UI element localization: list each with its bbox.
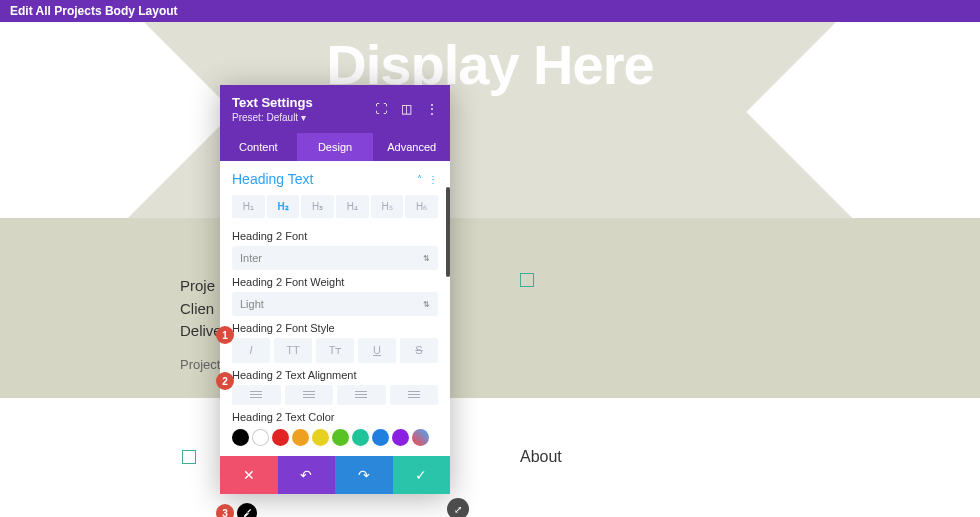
redo-button[interactable]: ↷ <box>335 456 393 494</box>
uppercase-button[interactable]: TT <box>274 338 312 363</box>
align-justify-button[interactable] <box>390 385 439 405</box>
tab-content[interactable]: Content <box>220 133 297 161</box>
capitalize-button[interactable]: Tᴛ <box>316 338 354 363</box>
settings-panel: Text Settings Preset: Default ▾ ⛶ ◫ ⋮ Co… <box>220 85 450 494</box>
swatch-white[interactable] <box>252 429 269 446</box>
align-left-button[interactable] <box>232 385 281 405</box>
panel-preset[interactable]: Preset: Default ▾ <box>232 112 313 123</box>
tab-advanced[interactable]: Advanced <box>373 133 450 161</box>
section-title: Heading Text <box>232 171 313 187</box>
chevron-up-icon[interactable]: ˄ <box>417 174 422 185</box>
align-right-button[interactable] <box>337 385 386 405</box>
drag-handle-icon[interactable]: ⤢ <box>447 498 469 517</box>
swatch-yellow[interactable] <box>312 429 329 446</box>
h6-tab[interactable]: H₆ <box>405 195 438 218</box>
h4-tab[interactable]: H₄ <box>336 195 369 218</box>
font-label: Heading 2 Font <box>232 230 438 242</box>
top-bar: Edit All Projects Body Layout <box>0 0 980 22</box>
color-picker-cursor[interactable] <box>237 503 257 517</box>
panel-header[interactable]: Text Settings Preset: Default ▾ ⛶ ◫ ⋮ <box>220 85 450 133</box>
swatch-red[interactable] <box>272 429 289 446</box>
eyedropper-icon[interactable] <box>412 429 429 446</box>
swatch-purple[interactable] <box>392 429 409 446</box>
italic-button[interactable]: I <box>232 338 270 363</box>
confirm-button[interactable]: ✓ <box>393 456 451 494</box>
swatch-orange[interactable] <box>292 429 309 446</box>
panel-footer: ✕ ↶ ↷ ✓ <box>220 456 450 494</box>
about-heading: About <box>520 448 562 466</box>
heading-level-tabs: H₁ H₂ H₃ H₄ H₅ H₆ <box>232 195 438 218</box>
swatch-green[interactable] <box>332 429 349 446</box>
weight-select[interactable]: Light ⇅ <box>232 292 438 316</box>
hero: Display Here <box>0 22 980 240</box>
h2-tab[interactable]: H₂ <box>267 195 300 218</box>
triangle-left <box>0 22 234 240</box>
alignment-buttons <box>232 385 438 405</box>
underline-button[interactable]: U <box>358 338 396 363</box>
weight-label: Heading 2 Font Weight <box>232 276 438 288</box>
h1-tab[interactable]: H₁ <box>232 195 265 218</box>
triangle-right <box>746 22 980 240</box>
scrollbar[interactable] <box>446 187 450 277</box>
undo-button[interactable]: ↶ <box>278 456 336 494</box>
image-placeholder-icon <box>182 450 196 464</box>
cancel-button[interactable]: ✕ <box>220 456 278 494</box>
more-icon[interactable]: ⋮ <box>428 174 438 185</box>
image-placeholder-icon <box>520 273 534 287</box>
color-label: Heading 2 Text Color <box>232 411 438 423</box>
align-label: Heading 2 Text Alignment <box>232 369 438 381</box>
more-icon[interactable]: ⋮ <box>426 102 438 116</box>
font-value: Inter <box>240 252 262 264</box>
weight-value: Light <box>240 298 264 310</box>
font-select[interactable]: Inter ⇅ <box>232 246 438 270</box>
caret-icon: ⇅ <box>423 300 430 309</box>
annotation-badge-1: 1 <box>216 326 234 344</box>
panel-title: Text Settings <box>232 95 313 110</box>
topbar-title: Edit All Projects Body Layout <box>10 4 178 18</box>
tab-design[interactable]: Design <box>297 133 374 161</box>
annotation-badge-2: 2 <box>216 372 234 390</box>
section-header[interactable]: Heading Text ˄⋮ <box>232 171 438 187</box>
annotation-badge-3: 3 <box>216 504 234 517</box>
panel-tabs: Content Design Advanced <box>220 133 450 161</box>
h5-tab[interactable]: H₅ <box>371 195 404 218</box>
expand-icon[interactable]: ⛶ <box>375 102 387 116</box>
swatch-black[interactable] <box>232 429 249 446</box>
align-center-button[interactable] <box>285 385 334 405</box>
panel-body: Heading Text ˄⋮ H₁ H₂ H₃ H₄ H₅ H₆ Headin… <box>220 161 450 456</box>
strike-button[interactable]: S <box>400 338 438 363</box>
caret-icon: ⇅ <box>423 254 430 263</box>
font-style-buttons: I TT Tᴛ U S <box>232 338 438 363</box>
content-band <box>0 218 980 398</box>
swatch-teal[interactable] <box>352 429 369 446</box>
swatch-blue[interactable] <box>372 429 389 446</box>
columns-icon[interactable]: ◫ <box>401 102 412 116</box>
h3-tab[interactable]: H₃ <box>301 195 334 218</box>
color-swatches <box>232 429 438 456</box>
white-section <box>0 398 980 517</box>
style-label: Heading 2 Font Style <box>232 322 438 334</box>
